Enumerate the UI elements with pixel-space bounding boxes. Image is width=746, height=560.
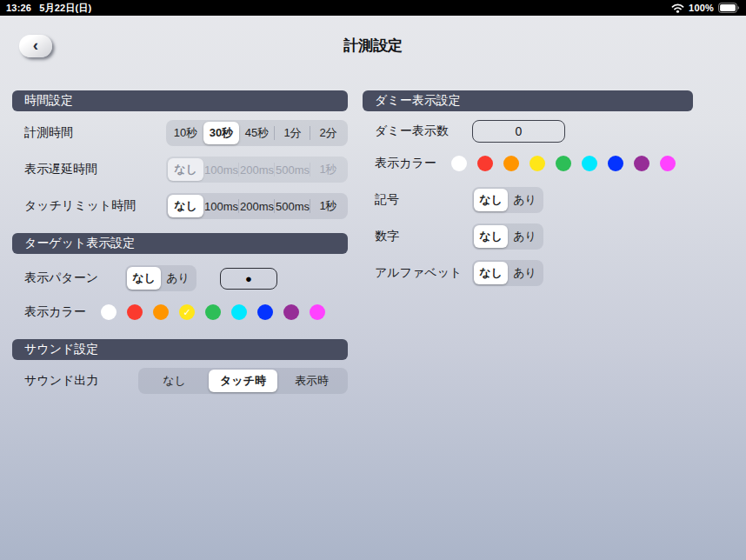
color-swatch-cyan[interactable] — [231, 304, 247, 320]
alphabet-row: アルファベット なし あり — [363, 260, 693, 286]
symbol-control: なし あり — [472, 187, 543, 213]
color-swatch-white[interactable] — [451, 156, 467, 171]
status-date: 5月22日(日) — [39, 2, 91, 15]
touch-limit-row: タッチリミット時間 なし 100ms 200ms 500ms 1秒 — [12, 193, 348, 219]
measure-time-row: 計測時間 10秒 30秒 45秒 1分 2分 — [12, 120, 348, 146]
dummy-count-label: ダミー表示数 — [375, 123, 472, 139]
color-swatch-purple[interactable] — [634, 156, 649, 171]
segment-option[interactable]: なし — [140, 370, 209, 392]
check-icon: ✓ — [179, 304, 195, 320]
segment-option[interactable]: 200ms — [239, 195, 275, 217]
segment-option-selected[interactable]: なし — [474, 225, 508, 248]
dummy-color-swatches — [451, 156, 676, 171]
section-header-time: 時間設定 — [12, 90, 348, 111]
status-bar: 13:26 5月22日(日) 100% — [0, 0, 746, 16]
battery-percent: 100% — [689, 3, 714, 13]
segment-option-selected[interactable]: 30秒 — [203, 122, 239, 144]
segment-option[interactable]: あり — [161, 267, 195, 290]
pattern-preview-button[interactable]: ● — [220, 268, 277, 290]
segment-option: 1秒 — [310, 158, 346, 181]
color-swatch-magenta[interactable] — [660, 156, 676, 171]
touch-limit-control: なし 100ms 200ms 500ms 1秒 — [166, 193, 348, 219]
section-header-sound: サウンド設定 — [12, 339, 348, 360]
segment-option-selected[interactable]: なし — [127, 267, 161, 290]
sound-output-control: なし タッチ時 表示時 — [138, 368, 348, 394]
display-delay-row: 表示遅延時間 なし 100ms 200ms 500ms 1秒 — [12, 157, 348, 183]
touch-limit-label: タッチリミット時間 — [24, 198, 136, 214]
color-swatch-orange[interactable] — [503, 156, 519, 171]
segment-option: 500ms — [275, 158, 310, 181]
right-column: ダミー表示設定 ダミー表示数 表示カラー 記号 — [363, 90, 693, 286]
pattern-row: 表示パターン なし あり ● — [12, 265, 348, 291]
pattern-control: なし あり — [125, 265, 196, 291]
segment-option[interactable]: あり — [508, 189, 542, 211]
color-swatch-yellow-selected[interactable]: ✓ — [179, 304, 195, 320]
color-swatch-orange[interactable] — [153, 304, 169, 320]
status-time: 13:26 — [6, 3, 31, 13]
dummy-count-row: ダミー表示数 — [363, 120, 693, 143]
segment-option-selected[interactable]: タッチ時 — [209, 370, 277, 392]
dummy-count-input[interactable] — [472, 120, 565, 143]
dummy-color-row: 表示カラー — [363, 156, 693, 171]
color-swatch-red[interactable] — [127, 304, 143, 320]
segment-option[interactable]: 2分 — [310, 122, 346, 144]
battery-icon — [718, 3, 740, 13]
symbol-row: 記号 なし あり — [363, 187, 693, 213]
segment-option-selected: なし — [168, 158, 203, 181]
target-color-row: 表示カラー ✓ — [12, 304, 348, 320]
left-column: 時間設定 計測時間 10秒 30秒 45秒 1分 2分 表示遅延時間 なし 10… — [12, 90, 348, 394]
display-delay-control: なし 100ms 200ms 500ms 1秒 — [166, 157, 348, 183]
alphabet-label: アルファベット — [375, 265, 472, 281]
color-swatch-white[interactable] — [101, 304, 117, 320]
sound-output-row: サウンド出力 なし タッチ時 表示時 — [12, 368, 348, 394]
measure-time-label: 計測時間 — [24, 125, 73, 141]
segment-option[interactable]: 1秒 — [310, 195, 346, 217]
segment-option: 200ms — [239, 158, 275, 181]
symbol-label: 記号 — [375, 192, 472, 208]
color-swatch-magenta[interactable] — [310, 304, 325, 320]
alphabet-control: なし あり — [472, 260, 543, 286]
segment-option[interactable]: 1分 — [275, 122, 310, 144]
color-swatch-purple[interactable] — [283, 304, 299, 320]
dot-pattern-icon: ● — [245, 272, 252, 285]
segment-option-selected[interactable]: なし — [474, 189, 508, 211]
color-swatch-green[interactable] — [205, 304, 221, 320]
color-swatch-cyan[interactable] — [582, 156, 597, 171]
segment-option-selected[interactable]: なし — [168, 195, 203, 217]
target-color-label: 表示カラー — [24, 304, 101, 320]
display-delay-label: 表示遅延時間 — [24, 162, 97, 177]
pattern-label: 表示パターン — [24, 270, 125, 286]
measurement-settings-screen: 13:26 5月22日(日) 100% ‹ 計測 — [0, 0, 746, 560]
segment-option[interactable]: 45秒 — [239, 122, 275, 144]
target-color-swatches: ✓ — [101, 304, 325, 320]
color-swatch-red[interactable] — [477, 156, 493, 171]
dummy-color-label: 表示カラー — [375, 156, 451, 171]
color-swatch-green[interactable] — [556, 156, 571, 171]
segment-option[interactable]: 10秒 — [168, 122, 203, 144]
wifi-icon — [671, 3, 684, 13]
segment-option[interactable]: 表示時 — [277, 370, 346, 392]
number-row: 数字 なし あり — [363, 223, 693, 250]
sound-output-label: サウンド出力 — [24, 373, 125, 389]
section-header-target: ターゲット表示設定 — [12, 233, 348, 254]
number-control: なし あり — [472, 223, 543, 250]
segment-option-selected[interactable]: なし — [474, 262, 508, 284]
segment-option[interactable]: 500ms — [275, 195, 310, 217]
number-label: 数字 — [375, 229, 472, 244]
segment-option[interactable]: あり — [508, 262, 542, 284]
segment-option: 100ms — [203, 158, 239, 181]
segment-option[interactable]: 100ms — [203, 195, 239, 217]
section-header-dummy: ダミー表示設定 — [363, 90, 693, 111]
color-swatch-blue[interactable] — [257, 304, 273, 320]
measure-time-control: 10秒 30秒 45秒 1分 2分 — [166, 120, 348, 146]
page-title: 計測設定 — [0, 36, 746, 56]
segment-option[interactable]: あり — [508, 225, 542, 248]
color-swatch-blue[interactable] — [608, 156, 623, 171]
color-swatch-yellow[interactable] — [530, 156, 545, 171]
